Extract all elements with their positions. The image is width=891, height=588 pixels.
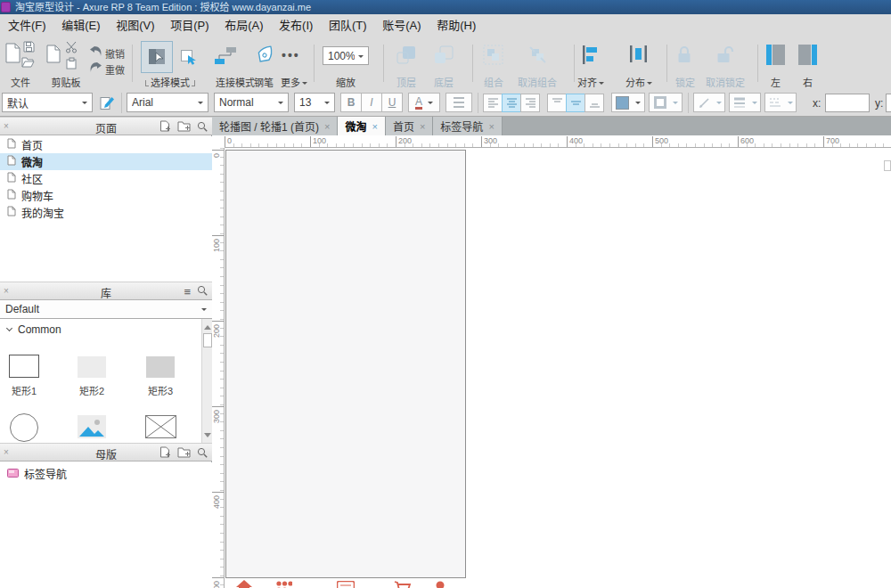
design-page[interactable]: [225, 150, 466, 578]
ungroup-icon[interactable]: [527, 45, 548, 65]
page-item-cart[interactable]: 购物车: [0, 187, 212, 204]
align-right-button[interactable]: [520, 94, 540, 112]
master-item-tab-nav[interactable]: 标签导航: [0, 465, 212, 482]
search-icon[interactable]: [197, 447, 208, 461]
italic-button[interactable]: I: [361, 93, 382, 112]
add-master-icon[interactable]: [159, 446, 171, 461]
font-color-button[interactable]: A: [408, 93, 440, 112]
widget-image-preview[interactable]: [78, 415, 106, 441]
widget-rectangle3-preview[interactable]: [146, 356, 175, 378]
distribute-icon[interactable]: [629, 45, 648, 63]
more-dots-icon[interactable]: •••: [282, 48, 300, 62]
search-icon[interactable]: [197, 121, 208, 135]
send-to-back-icon[interactable]: [433, 45, 454, 66]
menu-project[interactable]: 项目(P): [164, 14, 215, 37]
menu-layout[interactable]: 布局(A): [218, 14, 269, 37]
border-color-button[interactable]: [649, 93, 683, 112]
y-coordinate-input[interactable]: [886, 94, 891, 112]
line-style-button[interactable]: [764, 93, 797, 112]
grid-icon: [276, 581, 292, 588]
fill-color-button[interactable]: [611, 93, 645, 112]
library-select[interactable]: Default: [0, 300, 212, 319]
close-icon[interactable]: ×: [324, 121, 330, 132]
widget-rectangle1-preview[interactable]: [9, 355, 39, 378]
library-section-common[interactable]: Common: [0, 319, 201, 340]
save-icon[interactable]: [23, 41, 35, 53]
undo-icon[interactable]: [89, 45, 102, 57]
align-center-button[interactable]: [502, 94, 521, 112]
redo-label[interactable]: 重做: [105, 62, 125, 77]
add-folder-icon[interactable]: [177, 120, 191, 135]
menu-view[interactable]: 视图(V): [110, 14, 160, 37]
connect-mode-icon[interactable]: [214, 46, 237, 66]
right-panel-icon[interactable]: [797, 43, 819, 67]
bold-button[interactable]: B: [340, 93, 362, 112]
close-icon[interactable]: ×: [372, 121, 377, 132]
font-family-select[interactable]: Arial: [127, 93, 208, 112]
cut-icon[interactable]: [65, 41, 78, 53]
font-size-select[interactable]: 13: [294, 93, 335, 112]
select-intersect-mode-button[interactable]: [141, 41, 173, 73]
page-item-weitao[interactable]: 微淘: [0, 153, 212, 170]
new-file-icon[interactable]: [5, 43, 20, 63]
scrollbar-thumb[interactable]: [203, 333, 212, 347]
x-coordinate-input[interactable]: [825, 94, 870, 112]
open-folder-icon[interactable]: [21, 57, 35, 68]
tab-carousel[interactable]: 轮播图 / 轮播1 (首页) ×: [212, 117, 338, 135]
library-scrollbar[interactable]: [201, 319, 212, 443]
align-left-button[interactable]: [483, 94, 503, 112]
widget-rectangle2-preview[interactable]: [78, 356, 106, 378]
widget-ellipse-preview[interactable]: [10, 413, 38, 442]
menu-publish[interactable]: 发布(I): [273, 14, 319, 37]
add-folder-icon[interactable]: [177, 446, 191, 461]
tabbar-widgets-partial[interactable]: [225, 580, 466, 588]
menu-file[interactable]: 文件(F): [2, 14, 53, 37]
search-icon[interactable]: [197, 285, 208, 298]
zoom-select[interactable]: 100%: [323, 46, 369, 65]
font-weight-select[interactable]: Normal: [214, 93, 289, 112]
select-contain-mode-button[interactable]: [177, 46, 200, 69]
more-label[interactable]: 更多: [271, 75, 317, 89]
lock-icon[interactable]: [675, 45, 693, 64]
unlock-icon[interactable]: [715, 45, 736, 64]
paste-doc-icon[interactable]: [46, 45, 61, 63]
menu-help[interactable]: 帮助(H): [430, 14, 482, 37]
style-preset-select[interactable]: 默认: [2, 93, 93, 112]
group-icon[interactable]: [483, 45, 503, 65]
canvas-scrollbar-thumb[interactable]: [884, 160, 891, 171]
tab-home[interactable]: 首页 ×: [386, 117, 433, 135]
valign-top-button[interactable]: [547, 94, 567, 112]
undo-label[interactable]: 撤销: [105, 46, 125, 61]
left-panel-icon[interactable]: [764, 43, 787, 67]
distribute-label[interactable]: 分布: [617, 75, 661, 89]
close-icon[interactable]: ×: [420, 121, 425, 132]
underline-button[interactable]: U: [381, 93, 403, 112]
line-spacing-button[interactable]: [446, 93, 472, 112]
edit-style-icon[interactable]: [97, 94, 117, 111]
page-item-home[interactable]: 首页: [0, 136, 212, 153]
tab-tab-nav[interactable]: 标签导航 ×: [433, 117, 502, 135]
tab-weitao[interactable]: 微淘 ×: [338, 117, 385, 135]
menu-team[interactable]: 团队(T): [323, 14, 373, 37]
align-label[interactable]: 对齐: [568, 75, 613, 89]
page-item-community[interactable]: 社区: [0, 170, 212, 187]
line-color-button[interactable]: [693, 93, 725, 112]
scroll-up-icon[interactable]: [204, 322, 211, 330]
menu-edit[interactable]: 编辑(E): [55, 14, 106, 37]
bring-to-front-icon[interactable]: [396, 45, 417, 66]
redo-icon[interactable]: [89, 61, 102, 73]
close-icon[interactable]: ×: [488, 121, 494, 132]
align-icon[interactable]: [581, 45, 598, 65]
copy-icon[interactable]: [66, 57, 78, 69]
pen-icon[interactable]: [257, 44, 273, 67]
scroll-down-icon[interactable]: [204, 433, 211, 441]
hamburger-menu-icon[interactable]: ≡: [184, 286, 191, 298]
valign-middle-button[interactable]: [566, 94, 585, 112]
menu-account[interactable]: 账号(A): [376, 14, 427, 37]
valign-bottom-button[interactable]: [584, 94, 604, 112]
line-width-button[interactable]: [729, 93, 761, 112]
widget-placeholder-preview[interactable]: [145, 415, 176, 441]
add-page-icon[interactable]: [159, 120, 171, 135]
page-item-mytaobao[interactable]: 我的淘宝: [0, 204, 212, 221]
vertical-ruler: 0 100 200 300 400 500: [212, 148, 225, 588]
